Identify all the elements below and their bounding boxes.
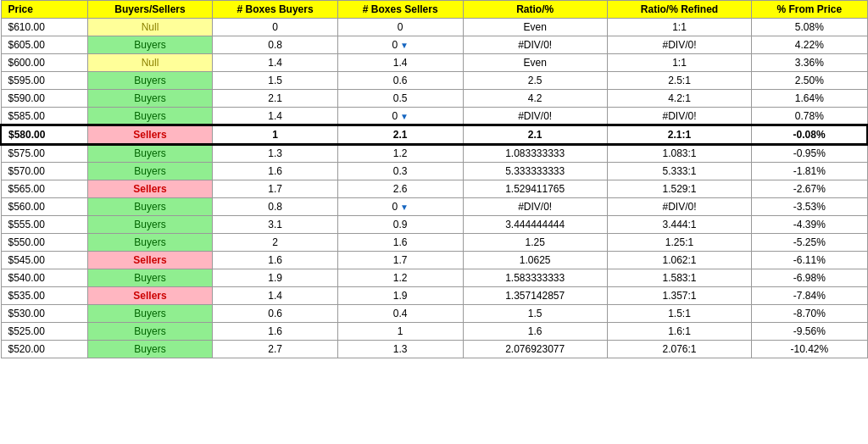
cell-boxes-buyers: 2 xyxy=(213,234,338,252)
cell-ratio: 1.0625 xyxy=(463,252,607,269)
table-row: $575.00Buyers1.31.21.0833333331.083:1-0.… xyxy=(1,144,867,163)
cell-price: $585.00 xyxy=(1,108,87,126)
cell-price: $540.00 xyxy=(1,269,87,287)
flag-icon: ▼ xyxy=(398,203,409,212)
cell-boxes-sellers: 1.9 xyxy=(337,287,463,305)
cell-boxes-sellers: 0.6 xyxy=(337,72,463,90)
cell-ratio-refined: 3.444:1 xyxy=(607,216,751,234)
flag-icon: ▼ xyxy=(398,41,409,50)
cell-buyers-sellers: Null xyxy=(87,19,213,36)
table-row: $540.00Buyers1.91.21.5833333331.583:1-6.… xyxy=(1,269,867,287)
cell-ratio-refined: 1:1 xyxy=(607,54,751,72)
cell-boxes-buyers: 1.6 xyxy=(213,323,338,341)
cell-boxes-buyers: 1.3 xyxy=(213,144,338,163)
cell-price: $595.00 xyxy=(1,72,87,90)
cell-from-price: -5.25% xyxy=(752,234,867,252)
cell-ratio: #DIV/0! xyxy=(463,198,607,216)
cell-boxes-sellers: 0 ▼ xyxy=(337,198,463,216)
cell-boxes-sellers: 0.4 xyxy=(337,305,463,323)
cell-price: $590.00 xyxy=(1,90,87,108)
cell-boxes-buyers: 0.8 xyxy=(213,198,338,216)
cell-ratio: 3.444444444 xyxy=(463,216,607,234)
cell-ratio: 1.583333333 xyxy=(463,269,607,287)
cell-price: $550.00 xyxy=(1,234,87,252)
table-row: $585.00Buyers1.40 ▼#DIV/0!#DIV/0!0.78% xyxy=(1,108,867,126)
cell-boxes-sellers: 0.5 xyxy=(337,90,463,108)
header-buyers-sellers: Buyers/Sellers xyxy=(87,1,213,19)
cell-ratio: 4.2 xyxy=(463,90,607,108)
cell-from-price: -6.11% xyxy=(752,252,867,269)
cell-ratio-refined: #DIV/0! xyxy=(607,108,751,126)
cell-boxes-buyers: 1.4 xyxy=(213,108,338,126)
cell-buyers-sellers: Sellers xyxy=(87,125,213,144)
cell-buyers-sellers: Buyers xyxy=(87,198,213,216)
table-row: $550.00Buyers21.61.251.25:1-5.25% xyxy=(1,234,867,252)
cell-ratio-refined: 1.583:1 xyxy=(607,269,751,287)
cell-buyers-sellers: Buyers xyxy=(87,72,213,90)
cell-from-price: -3.53% xyxy=(752,198,867,216)
header-row: Price Buyers/Sellers # Boxes Buyers # Bo… xyxy=(1,1,867,19)
cell-ratio-refined: 1.5:1 xyxy=(607,305,751,323)
table-row: $580.00Sellers12.12.12.1:1-0.08% xyxy=(1,125,867,144)
cell-boxes-sellers: 1.3 xyxy=(337,341,463,358)
cell-buyers-sellers: Sellers xyxy=(87,287,213,305)
cell-buyers-sellers: Buyers xyxy=(87,269,213,287)
cell-ratio-refined: 1.357:1 xyxy=(607,287,751,305)
cell-buyers-sellers: Buyers xyxy=(87,323,213,341)
cell-price: $520.00 xyxy=(1,341,87,358)
cell-ratio: 1.357142857 xyxy=(463,287,607,305)
cell-boxes-buyers: 1.4 xyxy=(213,287,338,305)
flag-icon: ▼ xyxy=(398,112,409,121)
cell-ratio: 5.333333333 xyxy=(463,163,607,180)
cell-boxes-buyers: 2.7 xyxy=(213,341,338,358)
table-row: $600.00Null1.41.4Even1:13.36% xyxy=(1,54,867,72)
cell-buyers-sellers: Buyers xyxy=(87,36,213,54)
cell-from-price: 1.64% xyxy=(752,90,867,108)
table-row: $570.00Buyers1.60.35.3333333335.333:1-1.… xyxy=(1,163,867,180)
cell-from-price: 4.22% xyxy=(752,36,867,54)
cell-from-price: -9.56% xyxy=(752,323,867,341)
cell-ratio: 1.083333333 xyxy=(463,144,607,163)
cell-price: $530.00 xyxy=(1,305,87,323)
cell-ratio: Even xyxy=(463,19,607,36)
header-from-price: % From Price xyxy=(752,1,867,19)
cell-from-price: -7.84% xyxy=(752,287,867,305)
cell-from-price: -1.81% xyxy=(752,163,867,180)
cell-ratio-refined: 1:1 xyxy=(607,19,751,36)
cell-from-price: 3.36% xyxy=(752,54,867,72)
cell-buyers-sellers: Sellers xyxy=(87,252,213,269)
cell-boxes-sellers: 0.9 xyxy=(337,216,463,234)
cell-ratio: #DIV/0! xyxy=(463,108,607,126)
cell-ratio: #DIV/0! xyxy=(463,36,607,54)
cell-ratio-refined: #DIV/0! xyxy=(607,36,751,54)
cell-ratio: Even xyxy=(463,54,607,72)
cell-ratio: 1.529411765 xyxy=(463,180,607,198)
cell-ratio-refined: 2.5:1 xyxy=(607,72,751,90)
cell-boxes-sellers: 1.7 xyxy=(337,252,463,269)
cell-price: $535.00 xyxy=(1,287,87,305)
cell-ratio-refined: #DIV/0! xyxy=(607,198,751,216)
cell-price: $570.00 xyxy=(1,163,87,180)
cell-boxes-buyers: 1.6 xyxy=(213,163,338,180)
cell-price: $600.00 xyxy=(1,54,87,72)
cell-ratio-refined: 1.529:1 xyxy=(607,180,751,198)
price-table: Price Buyers/Sellers # Boxes Buyers # Bo… xyxy=(0,0,868,358)
cell-boxes-sellers: 0 ▼ xyxy=(337,36,463,54)
cell-from-price: -0.08% xyxy=(752,125,867,144)
cell-buyers-sellers: Sellers xyxy=(87,180,213,198)
cell-boxes-buyers: 0 xyxy=(213,19,338,36)
cell-boxes-sellers: 0.3 xyxy=(337,163,463,180)
table-row: $555.00Buyers3.10.93.4444444443.444:1-4.… xyxy=(1,216,867,234)
cell-ratio: 1.5 xyxy=(463,305,607,323)
cell-ratio-refined: 1.083:1 xyxy=(607,144,751,163)
cell-boxes-buyers: 1.4 xyxy=(213,54,338,72)
cell-boxes-sellers: 1.2 xyxy=(337,144,463,163)
cell-boxes-buyers: 1.7 xyxy=(213,180,338,198)
cell-boxes-sellers: 0 ▼ xyxy=(337,108,463,126)
cell-from-price: -0.95% xyxy=(752,144,867,163)
table-row: $610.00Null00Even1:15.08% xyxy=(1,19,867,36)
cell-boxes-sellers: 1.4 xyxy=(337,54,463,72)
cell-ratio-refined: 2.1:1 xyxy=(607,125,751,144)
cell-ratio: 1.6 xyxy=(463,323,607,341)
table-row: $565.00Sellers1.72.61.5294117651.529:1-2… xyxy=(1,180,867,198)
